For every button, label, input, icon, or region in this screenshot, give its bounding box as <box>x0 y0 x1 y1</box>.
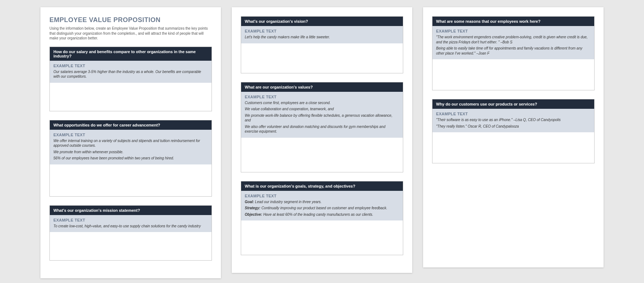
example-block: EXAMPLE TEXT "Their software is as easy … <box>432 109 594 132</box>
example-block: EXAMPLE TEXT Customers come first, emplo… <box>241 92 403 138</box>
example-label: EXAMPLE TEXT <box>245 95 399 99</box>
kv-label: Goal: <box>245 200 254 204</box>
example-line: To create low-cost, high-value, and easy… <box>53 224 208 229</box>
kv-label: Strategy: <box>245 206 260 210</box>
example-line: 56% of our employees have been promoted … <box>53 156 208 161</box>
input-area[interactable] <box>241 220 403 255</box>
example-label: EXAMPLE TEXT <box>53 64 208 68</box>
document-workspace: EMPLOYEE VALUE PROPOSITION Using the inf… <box>0 0 644 283</box>
section-heading: What opportunities do we offer for caree… <box>50 120 212 130</box>
section-goals: What is our organization's goals, strate… <box>241 181 403 256</box>
page-2: What's our organization's vision? EXAMPL… <box>232 7 412 273</box>
section-heading: What are our organization's values? <box>241 82 403 92</box>
kv-text: Lead our industry segment in three years… <box>254 200 322 204</box>
input-area[interactable] <box>50 232 212 260</box>
example-line: Our salaries average 3-5% higher than th… <box>53 69 208 79</box>
input-area[interactable] <box>241 138 403 172</box>
section-heading: What's our organization's vision? <box>241 17 403 26</box>
example-line: Being able to easily take time off for a… <box>436 46 591 56</box>
example-block: EXAMPLE TEXT "The work environment engen… <box>432 26 594 59</box>
example-label: EXAMPLE TEXT <box>53 133 208 137</box>
kv-text: Have at least 60% of the leading candy m… <box>262 213 373 216</box>
section-customers: Why do our customers use our products or… <box>432 99 595 163</box>
section-mission: What's our organization's mission statem… <box>49 205 212 261</box>
input-area[interactable] <box>241 43 403 73</box>
example-line: Strategy: Continually improving our prod… <box>245 206 399 211</box>
example-block: EXAMPLE TEXT Our salaries average 3-5% h… <box>50 61 212 83</box>
example-block: EXAMPLE TEXT Goal: Lead our industry seg… <box>241 191 403 221</box>
example-label: EXAMPLE TEXT <box>436 29 591 33</box>
page-title: EMPLOYEE VALUE PROPOSITION <box>49 16 212 24</box>
section-reasons: What are some reasons that our employees… <box>432 16 595 90</box>
example-line: Let's help the candy makers make life a … <box>245 35 399 40</box>
example-label: EXAMPLE TEXT <box>245 29 399 33</box>
section-salary: How do our salary and benefits compare t… <box>49 47 212 111</box>
example-label: EXAMPLE TEXT <box>436 112 591 116</box>
example-line: We offer internal training on a variety … <box>53 138 208 148</box>
example-block: EXAMPLE TEXT To create low-cost, high-va… <box>50 215 212 232</box>
input-area[interactable] <box>50 164 212 196</box>
example-line: Goal: Lead our industry segment in three… <box>245 200 399 205</box>
example-block: EXAMPLE TEXT Let's help the candy makers… <box>241 26 403 43</box>
example-line: "They really listen." Oscar R, CEO of Ca… <box>436 124 591 129</box>
section-heading: How do our salary and benefits compare t… <box>50 47 212 61</box>
example-line: We promote work-life balance by offering… <box>245 113 399 123</box>
example-label: EXAMPLE TEXT <box>245 194 399 198</box>
input-area[interactable] <box>50 83 212 111</box>
kv-text: Continually improving our product based … <box>260 206 387 210</box>
example-line: We promote from within whenever possible… <box>53 150 208 155</box>
section-values: What are our organization's values? EXAM… <box>241 82 403 172</box>
input-area[interactable] <box>432 59 594 90</box>
section-career: What opportunities do we offer for caree… <box>49 120 212 197</box>
section-heading: Why do our customers use our products or… <box>432 99 594 109</box>
example-line: "The work environment engenders creative… <box>436 35 591 44</box>
intro-text: Using the information below, create an E… <box>49 26 212 41</box>
section-heading: What is our organization's goals, strate… <box>241 181 403 191</box>
example-line: We also offer volunteer and donation mat… <box>245 124 399 134</box>
section-heading: What are some reasons that our employees… <box>432 17 594 26</box>
input-area[interactable] <box>432 132 594 163</box>
page-3: What are some reasons that our employees… <box>423 7 604 267</box>
kv-label: Objective: <box>245 213 262 216</box>
example-line: We value collaboration and cooperation, … <box>245 107 399 112</box>
example-line: Customers come first, employees are a cl… <box>245 100 399 106</box>
page-1: EMPLOYEE VALUE PROPOSITION Using the inf… <box>40 7 221 278</box>
example-line: Objective: Have at least 60% of the lead… <box>245 212 399 217</box>
example-line: "Their software is as easy to use as an … <box>436 117 591 123</box>
example-block: EXAMPLE TEXT We offer internal training … <box>50 130 212 164</box>
example-label: EXAMPLE TEXT <box>53 218 208 222</box>
section-vision: What's our organization's vision? EXAMPL… <box>241 16 403 73</box>
section-heading: What's our organization's mission statem… <box>50 206 212 215</box>
